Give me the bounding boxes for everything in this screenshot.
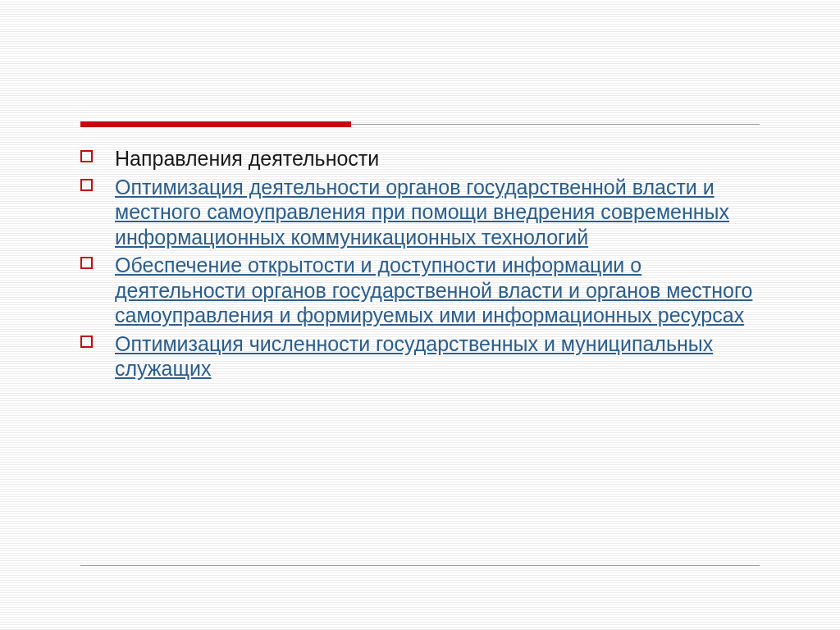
list-item-link[interactable]: Оптимизация деятельности органов государ… xyxy=(115,176,729,249)
list-item-text: Направления деятельности xyxy=(115,147,379,170)
top-divider-thick xyxy=(80,121,351,127)
list-item: Оптимизация деятельности органов государ… xyxy=(80,175,766,250)
square-bullet-icon xyxy=(80,336,93,348)
content-area: Направления деятельности Оптимизация дея… xyxy=(80,146,766,385)
list-item: Направления деятельности xyxy=(80,146,766,171)
bullet-list: Направления деятельности Оптимизация дея… xyxy=(80,146,766,381)
list-item-link[interactable]: Обеспечение открытости и доступности инф… xyxy=(115,253,752,326)
square-bullet-icon xyxy=(80,150,93,162)
square-bullet-icon xyxy=(80,257,93,269)
top-divider xyxy=(80,121,760,128)
list-item-link[interactable]: Оптимизация численности государственных … xyxy=(115,332,713,381)
square-bullet-icon xyxy=(80,179,93,191)
list-item: Оптимизация численности государственных … xyxy=(80,331,766,381)
list-item: Обеспечение открытости и доступности инф… xyxy=(80,253,766,328)
bottom-divider xyxy=(80,565,760,566)
slide: Направления деятельности Оптимизация дея… xyxy=(0,0,840,630)
